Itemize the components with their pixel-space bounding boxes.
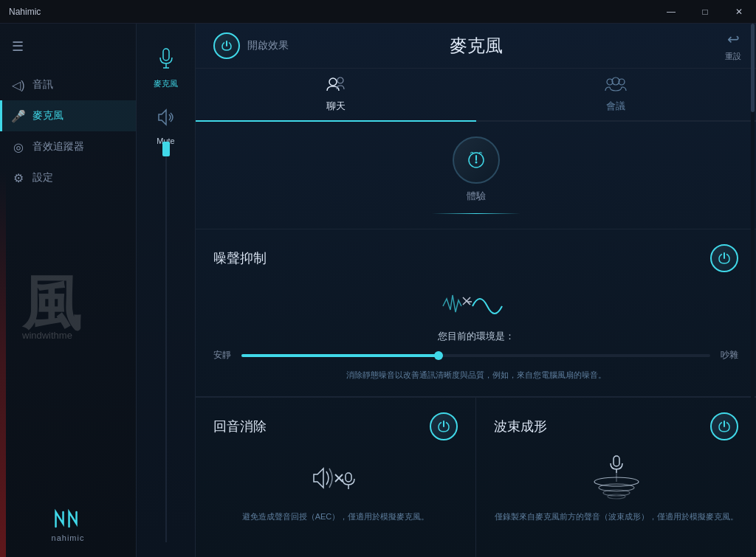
- logo-icon: [52, 509, 85, 533]
- app-body: ☰ ◁) 音訊 🎤 麥克風 ◎ 音效追蹤器 ⚙ 設定 風 windwithme: [0, 24, 756, 557]
- sidebar: ☰ ◁) 音訊 🎤 麥克風 ◎ 音效追蹤器 ⚙ 設定 風 windwithme: [0, 24, 137, 557]
- tab-meeting[interactable]: 會議: [476, 69, 757, 120]
- sidebar-item-settings[interactable]: ⚙ 設定: [0, 162, 136, 193]
- main-title: 麥克風: [450, 34, 503, 58]
- content-area: 體驗 噪聲抑制: [196, 122, 756, 557]
- svg-rect-13: [346, 473, 351, 482]
- sidebar-label-audio: 音訊: [32, 78, 53, 91]
- noise-section: 噪聲抑制: [196, 229, 756, 397]
- watermark-char: 風: [22, 274, 81, 333]
- sidebar-label-settings: 設定: [32, 171, 53, 184]
- sidebar-label-tracker: 音效追蹤器: [32, 140, 84, 153]
- svg-point-21: [603, 490, 630, 496]
- noise-slider-fill: [241, 354, 439, 357]
- main-header: 開啟效果 麥克風 ↩ 重設: [196, 24, 756, 69]
- echo-icon-area: [213, 452, 458, 500]
- svg-rect-17: [614, 456, 619, 466]
- main-content: 開啟效果 麥克風 ↩ 重設 聊天: [196, 24, 756, 557]
- maximize-button[interactable]: □: [688, 0, 722, 24]
- echo-visual: [303, 452, 369, 500]
- svg-point-6: [612, 77, 619, 85]
- tabs-row: 聊天 會議: [196, 69, 756, 122]
- titlebar: Nahimic — □ ✕: [0, 0, 756, 24]
- svg-point-4: [337, 77, 343, 83]
- meeting-tab-icon: [604, 76, 628, 97]
- settings-icon: ⚙: [12, 171, 25, 184]
- noise-slider[interactable]: [241, 354, 710, 357]
- beamforming-power-toggle[interactable]: [710, 412, 738, 440]
- env-label: 您目前的環境是：: [213, 330, 738, 343]
- echo-title: 回音消除: [213, 418, 267, 435]
- slider-right-label: 吵雜: [718, 349, 738, 361]
- noise-visual: [213, 284, 738, 321]
- chat-tab-label: 聊天: [326, 100, 346, 113]
- svg-point-22: [608, 494, 625, 499]
- noise-description: 消除靜態噪音以改善通訊清晰度與品質，例如，來自您電腦風扇的噪音。: [213, 369, 738, 381]
- tab-active-indicator: [196, 120, 476, 122]
- device-mic-icon: [157, 47, 175, 74]
- reset-label: 重設: [725, 51, 741, 62]
- beamforming-panel: 波束成形: [476, 398, 756, 558]
- tracker-icon: ◎: [12, 140, 25, 153]
- sidebar-label-microphone: 麥克風: [32, 109, 63, 122]
- close-button[interactable]: ✕: [722, 0, 756, 24]
- effect-label: 開啟效果: [247, 39, 289, 52]
- reset-button[interactable]: ↩ 重設: [725, 30, 741, 62]
- echo-description: 避免造成聲音回授（AEC），僅適用於模擬麥克風。: [213, 511, 458, 523]
- window-controls: — □ ✕: [654, 0, 756, 24]
- app-title: Nahimic: [9, 7, 41, 17]
- noise-section-header: 噪聲抑制: [213, 244, 738, 272]
- reset-icon: ↩: [727, 30, 740, 48]
- sidebar-item-audio[interactable]: ◁) 音訊: [0, 69, 136, 100]
- beamforming-icon-area: [494, 452, 738, 500]
- audio-icon: ◁): [12, 78, 25, 91]
- echo-power-toggle[interactable]: [430, 412, 458, 440]
- scrollbar-track[interactable]: [751, 24, 755, 557]
- svg-rect-0: [163, 49, 169, 60]
- power-button[interactable]: [213, 32, 240, 59]
- logo-text: nahimic: [52, 533, 85, 542]
- vertical-slider-thumb[interactable]: [162, 142, 170, 156]
- noise-slider-row: 安靜 吵雜: [213, 349, 738, 361]
- experience-section: 體驗: [196, 122, 756, 229]
- sidebar-item-tracker[interactable]: ◎ 音效追蹤器: [0, 131, 136, 162]
- device-panel: 麥克風 Mute: [137, 24, 196, 557]
- device-mic-label: 麥克風: [154, 78, 178, 89]
- noise-title: 噪聲抑制: [213, 249, 267, 267]
- microphone-icon: 🎤: [12, 109, 25, 122]
- device-microphone[interactable]: 麥克風: [148, 38, 184, 98]
- minimize-button[interactable]: —: [654, 0, 688, 24]
- noise-slider-thumb[interactable]: [434, 351, 443, 360]
- watermark: 風 windwithme: [22, 274, 81, 341]
- tab-chat[interactable]: 聊天: [196, 69, 476, 120]
- menu-icon[interactable]: ☰: [0, 31, 136, 69]
- mute-icon: [156, 107, 176, 132]
- experience-icon[interactable]: [453, 136, 500, 184]
- experience-label: 體驗: [467, 190, 486, 203]
- beamforming-title: 波束成形: [494, 418, 547, 435]
- beamforming-visual: [583, 452, 650, 500]
- bottom-panels: 回音消除: [196, 397, 756, 558]
- experience-divider: [432, 213, 520, 214]
- scrollbar-thumb[interactable]: [751, 24, 755, 112]
- svg-point-3: [329, 78, 337, 86]
- meeting-tab-label: 會議: [606, 100, 625, 113]
- beamforming-panel-header: 波束成形: [494, 412, 738, 440]
- nahimic-logo: nahimic: [52, 509, 85, 542]
- vertical-slider-track[interactable]: [165, 142, 167, 542]
- noise-waveform: [439, 284, 513, 321]
- sidebar-item-microphone[interactable]: 🎤 麥克風: [0, 100, 136, 131]
- noise-power-toggle[interactable]: [710, 244, 738, 272]
- slider-left-label: 安靜: [213, 349, 234, 361]
- watermark-text: windwithme: [22, 330, 81, 341]
- beamforming-description: 僅錄製來自麥克風前方的聲音（波束成形），僅適用於模擬麥克風。: [494, 511, 738, 523]
- svg-point-9: [475, 162, 477, 164]
- echo-panel: 回音消除: [196, 398, 476, 558]
- left-decoration: [0, 171, 6, 557]
- echo-panel-header: 回音消除: [213, 412, 458, 440]
- chat-tab-icon: [326, 76, 346, 97]
